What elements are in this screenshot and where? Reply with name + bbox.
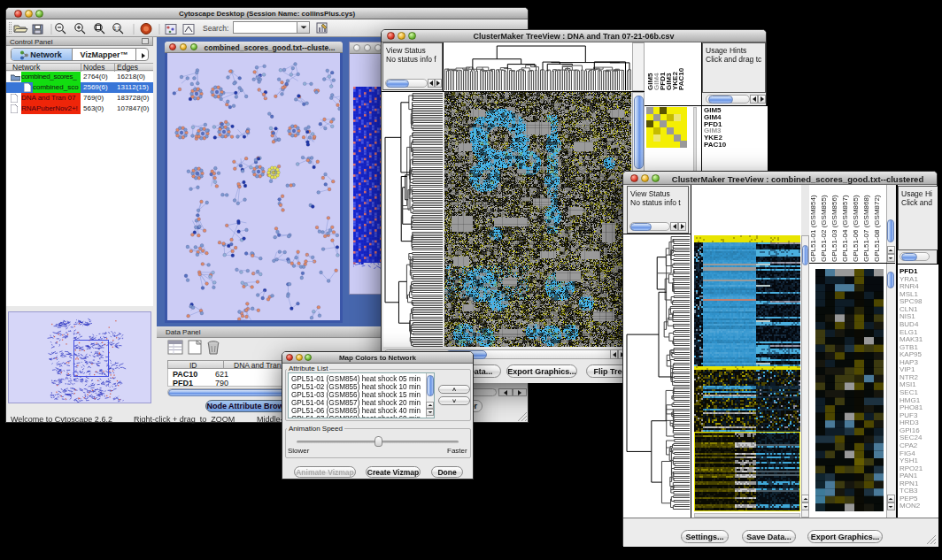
svg-text:1:1: 1:1 xyxy=(113,26,120,31)
